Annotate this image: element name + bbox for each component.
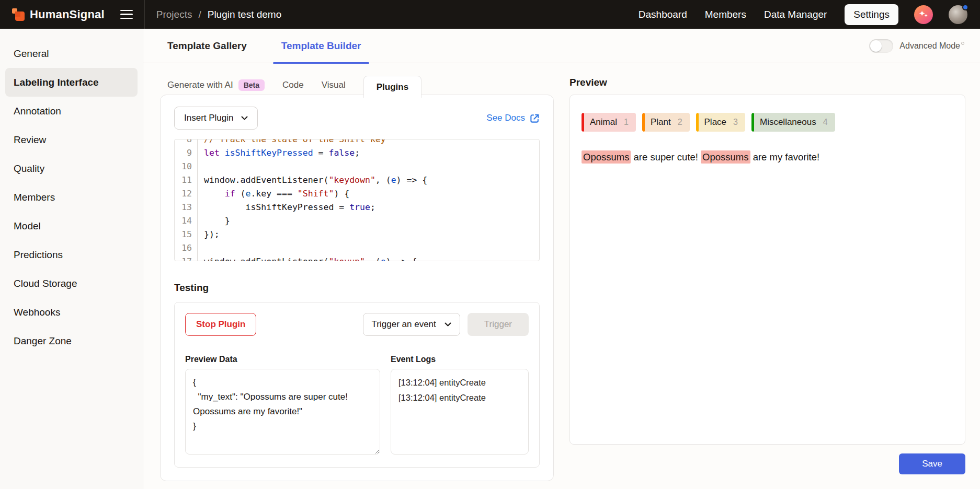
tab-code[interactable]: Code bbox=[282, 80, 304, 90]
label-hotkey: 4 bbox=[823, 118, 828, 127]
advanced-mode-toggle[interactable] bbox=[869, 39, 893, 53]
line-number: 12 bbox=[175, 187, 198, 201]
beta-badge: Beta bbox=[238, 79, 265, 91]
sidebar-item-review[interactable]: Review bbox=[0, 125, 143, 154]
sidebar-item-quality[interactable]: Quality bbox=[0, 154, 143, 183]
plugins-panel: Insert Plugin See Docs 8// Track the sta… bbox=[160, 95, 554, 481]
code-line: 16 bbox=[175, 241, 539, 255]
nav-settings[interactable]: Settings bbox=[845, 4, 898, 25]
code-text: if (e.key === "Shift") { bbox=[198, 187, 349, 201]
testing-panel: Stop Plugin Trigger an event Trigger Pre… bbox=[174, 302, 540, 468]
code-text: }); bbox=[198, 228, 220, 241]
label-chip-plant[interactable]: Plant2 bbox=[642, 113, 690, 132]
main-tabs-row: Template Gallery Template Builder Advanc… bbox=[143, 29, 980, 63]
label-text: Miscellaneous bbox=[760, 117, 816, 127]
line-number: 15 bbox=[175, 228, 198, 241]
preview-data-label: Preview Data bbox=[185, 355, 380, 364]
testing-controls: Stop Plugin Trigger an event Trigger bbox=[185, 313, 529, 336]
external-link-icon bbox=[530, 113, 540, 123]
insert-plugin-dropdown[interactable]: Insert Plugin bbox=[174, 107, 258, 130]
label-chip-animal[interactable]: Animal1 bbox=[582, 113, 636, 132]
nav-data-manager[interactable]: Data Manager bbox=[764, 9, 827, 20]
line-number: 8 bbox=[175, 139, 198, 146]
sidebar-item-webhooks[interactable]: Webhooks bbox=[0, 298, 143, 327]
topbar-right: DashboardMembersData ManagerSettings ✦ ✦ bbox=[639, 4, 967, 25]
sidebar-item-danger-zone[interactable]: Danger Zone bbox=[0, 327, 143, 355]
save-row: Save bbox=[569, 453, 965, 474]
toggle-knob bbox=[870, 40, 882, 52]
label-hotkey: 3 bbox=[733, 118, 738, 127]
label-color-bar bbox=[696, 113, 699, 132]
event-log-entry: [13:12:04] entityCreate bbox=[398, 390, 521, 405]
code-line: 8// Track the state of the Shift key bbox=[175, 139, 539, 146]
tab-generate-with-ai[interactable]: Generate with AI Beta bbox=[167, 79, 265, 91]
annotation-text[interactable]: Opossums are super cute! Opossums are my… bbox=[582, 149, 953, 165]
line-number: 10 bbox=[175, 160, 198, 173]
hamburger-menu-icon[interactable] bbox=[120, 10, 133, 19]
code-editor-content: 8// Track the state of the Shift key9let… bbox=[175, 139, 539, 261]
chevron-down-icon bbox=[241, 116, 248, 121]
tab-plugins[interactable]: Plugins bbox=[363, 76, 421, 98]
label-text: Place bbox=[704, 117, 727, 127]
code-text bbox=[198, 160, 204, 173]
line-number: 11 bbox=[175, 173, 198, 187]
sidebar-item-model[interactable]: Model bbox=[0, 212, 143, 240]
code-line: 14 } bbox=[175, 214, 539, 228]
line-number: 14 bbox=[175, 214, 198, 228]
label-hotkey: 1 bbox=[624, 118, 629, 127]
code-line: 11window.addEventListener("keydown", (e)… bbox=[175, 173, 539, 187]
topbar-divider bbox=[144, 0, 145, 29]
nav-dashboard[interactable]: Dashboard bbox=[639, 9, 687, 20]
see-docs-link[interactable]: See Docs bbox=[486, 113, 540, 123]
preview-heading: Preview bbox=[569, 77, 965, 88]
avatar[interactable] bbox=[949, 5, 967, 24]
builder-sub-tabs: Generate with AI Beta Code Visual Plugin… bbox=[160, 76, 554, 95]
breadcrumb-projects[interactable]: Projects bbox=[156, 9, 192, 20]
stop-plugin-button[interactable]: Stop Plugin bbox=[185, 313, 256, 336]
trigger-event-value: Trigger an event bbox=[372, 319, 436, 330]
testing-io-row: Preview Data { "my_text": "Opossums are … bbox=[185, 355, 529, 457]
sidebar-item-cloud-storage[interactable]: Cloud Storage bbox=[0, 269, 143, 298]
preview-column: Preview Animal1Plant2Place3Miscellaneous… bbox=[569, 63, 965, 489]
main-area: Template Gallery Template Builder Advanc… bbox=[143, 29, 980, 489]
preview-data-column: Preview Data { "my_text": "Opossums are … bbox=[185, 355, 380, 457]
code-text: // Track the state of the Shift key bbox=[198, 139, 386, 146]
advanced-mode-help-icon bbox=[961, 42, 964, 45]
plugin-toolbar: Insert Plugin See Docs bbox=[174, 107, 540, 130]
tab-template-builder[interactable]: Template Builder bbox=[281, 29, 361, 63]
settings-sidebar: GeneralLabeling InterfaceAnnotationRevie… bbox=[0, 29, 143, 489]
advanced-mode-label: Advanced Mode bbox=[899, 41, 964, 51]
brand[interactable]: HumanSignal bbox=[12, 8, 105, 21]
tab-template-gallery[interactable]: Template Gallery bbox=[167, 29, 247, 63]
tab-visual[interactable]: Visual bbox=[322, 80, 346, 90]
label-chip-place[interactable]: Place3 bbox=[696, 113, 745, 132]
preview-data-textarea[interactable]: { "my_text": "Opossums are super cute! O… bbox=[185, 369, 380, 455]
sidebar-item-general[interactable]: General bbox=[0, 39, 143, 68]
breadcrumb-separator: / bbox=[198, 9, 201, 20]
breadcrumb-page-title: Plugin test demo bbox=[208, 9, 282, 20]
label-text: Plant bbox=[651, 117, 671, 127]
trigger-button[interactable]: Trigger bbox=[468, 313, 529, 336]
label-chip-miscellaneous[interactable]: Miscellaneous4 bbox=[751, 113, 835, 132]
sidebar-item-labeling-interface[interactable]: Labeling Interface bbox=[5, 68, 138, 97]
sidebar-item-predictions[interactable]: Predictions bbox=[0, 240, 143, 269]
event-logs-box: [13:12:04] entityCreate[13:12:04] entity… bbox=[391, 369, 529, 455]
text-segment: are my favorite! bbox=[750, 152, 820, 162]
line-number: 17 bbox=[175, 255, 198, 261]
label-color-bar bbox=[642, 113, 645, 132]
humansignal-logo-icon bbox=[12, 8, 25, 21]
code-text: window.addEventListener("keyup", (e) => … bbox=[198, 255, 417, 261]
ai-assistant-button[interactable]: ✦ ✦ bbox=[914, 5, 933, 24]
labels-row: Animal1Plant2Place3Miscellaneous4 bbox=[582, 113, 953, 132]
sidebar-item-annotation[interactable]: Annotation bbox=[0, 97, 143, 125]
plugin-code-editor[interactable]: 8// Track the state of the Shift key9let… bbox=[174, 139, 540, 261]
event-logs-label: Event Logs bbox=[391, 355, 529, 364]
save-button[interactable]: Save bbox=[899, 453, 965, 474]
see-docs-label: See Docs bbox=[486, 113, 525, 123]
generate-with-ai-label: Generate with AI bbox=[167, 80, 233, 90]
code-line: 13 isShiftKeyPressed = true; bbox=[175, 201, 539, 214]
trigger-event-select[interactable]: Trigger an event bbox=[363, 313, 460, 336]
sidebar-item-members[interactable]: Members bbox=[0, 183, 143, 212]
event-log-entry: [13:12:04] entityCreate bbox=[398, 375, 521, 390]
nav-members[interactable]: Members bbox=[705, 9, 746, 20]
